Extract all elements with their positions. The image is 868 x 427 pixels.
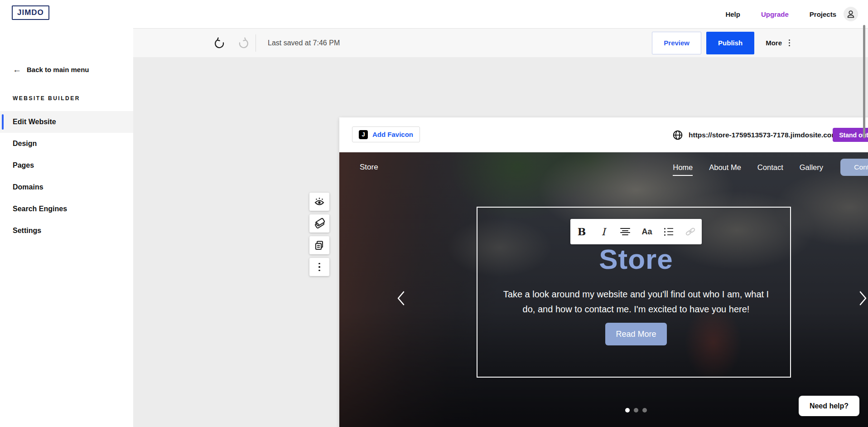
italic-icon: I — [602, 226, 606, 238]
site-nav-home[interactable]: Home — [673, 163, 693, 172]
sidebar-item-search-engines[interactable]: Search Engines — [0, 198, 133, 220]
duplicate-block-button[interactable] — [309, 236, 329, 254]
style-brush-icon — [313, 218, 325, 229]
hero-body-line1: Take a look around my website and you'll… — [339, 287, 868, 302]
user-icon — [846, 9, 856, 19]
kebab-menu-icon[interactable] — [789, 39, 790, 46]
back-to-main-menu[interactable]: ← Back to main menu — [13, 65, 89, 74]
undo-icon[interactable] — [214, 37, 226, 49]
top-header: JIMDO Help Upgrade Projects — [0, 0, 868, 28]
block-more-options-button[interactable] — [309, 258, 329, 276]
sidebar-item-edit-website[interactable]: Edit Website — [0, 111, 133, 133]
more-options-icon — [318, 263, 320, 272]
list-button[interactable] — [661, 223, 676, 240]
preview-top-bar: J Add Favicon https://store-1759513573-7… — [339, 117, 868, 152]
link-button[interactable] — [683, 223, 698, 240]
align-button[interactable] — [617, 223, 633, 240]
duplicate-icon — [314, 240, 325, 251]
text-edit-toolbar: B I Aa — [570, 219, 702, 244]
list-icon — [664, 228, 673, 236]
sidebar-item-label: Edit Website — [13, 118, 56, 126]
carousel-dot-3[interactable] — [642, 408, 647, 412]
font-style-button[interactable]: Aa — [639, 223, 655, 240]
sidebar-item-design[interactable]: Design — [0, 133, 133, 155]
font-style-icon: Aa — [641, 227, 652, 237]
carousel-next-icon[interactable] — [856, 289, 868, 307]
sidebar-item-settings[interactable]: Settings — [0, 220, 133, 242]
back-label: Back to main menu — [27, 66, 89, 73]
sidebar-item-label: Domains — [13, 183, 43, 191]
site-nav-about-me[interactable]: About Me — [709, 163, 741, 172]
editor-toolbar: Last saved at 7:46 PM Preview Publish Mo… — [133, 28, 868, 57]
site-navbar: Store Home About Me Contact Gallery Cont… — [339, 152, 868, 182]
link-icon — [685, 226, 696, 237]
more-button[interactable]: More — [766, 39, 782, 47]
style-block-button[interactable] — [309, 214, 329, 233]
site-nav-links: Home About Me Contact Gallery — [673, 163, 823, 172]
jimdo-website-builder: JIMDO Help Upgrade Projects ← Back to ma… — [0, 0, 868, 427]
hero-block[interactable]: Store Home About Me Contact Gallery Cont… — [339, 152, 868, 427]
hero-title[interactable]: Store — [339, 243, 868, 275]
publish-button[interactable]: Publish — [706, 32, 754, 54]
carousel-dot-2[interactable] — [634, 408, 638, 412]
sidebar-item-label: Settings — [13, 227, 41, 235]
website-preview-card: J Add Favicon https://store-1759513573-7… — [339, 117, 868, 427]
read-more-button[interactable]: Read More — [605, 323, 667, 345]
sidebar-menu: Edit Website Design Pages Domains Search… — [0, 111, 133, 242]
carousel-dots — [339, 408, 868, 412]
hero-body-line2: do, and how to contact me. I'm excited t… — [339, 302, 868, 317]
bold-icon: B — [578, 226, 586, 238]
sidebar-item-label: Search Engines — [13, 205, 67, 213]
site-nav-gallery[interactable]: Gallery — [800, 163, 823, 172]
upgrade-link[interactable]: Upgrade — [761, 10, 789, 18]
italic-button[interactable]: I — [596, 223, 611, 240]
site-nav-contact[interactable]: Contact — [757, 163, 783, 172]
sidebar-item-label: Design — [13, 140, 37, 148]
scrollbar-thumb[interactable] — [863, 25, 865, 138]
sidebar-item-label: Pages — [13, 161, 34, 170]
favicon-badge-icon: J — [359, 130, 368, 139]
site-url[interactable]: https://store-1759513573-7178.jimdosite.… — [689, 131, 838, 139]
editor-canvas: J Add Favicon https://store-1759513573-7… — [133, 57, 868, 427]
section-label: WEBSITE BUILDER — [13, 95, 80, 102]
sidebar-item-domains[interactable]: Domains — [0, 176, 133, 198]
redo-icon[interactable] — [237, 37, 249, 49]
need-help-button[interactable]: Need help? — [799, 396, 859, 416]
visibility-eye-icon — [313, 196, 325, 207]
jimdo-logo[interactable]: JIMDO — [12, 5, 49, 20]
projects-link[interactable]: Projects — [810, 10, 836, 18]
add-favicon-button[interactable]: J Add Favicon — [352, 126, 420, 142]
account-avatar[interactable] — [844, 7, 858, 21]
site-brand[interactable]: Store — [360, 163, 378, 172]
preview-block-button[interactable] — [309, 193, 329, 211]
hero-body-text[interactable]: Take a look around my website and you'll… — [339, 287, 868, 317]
globe-icon — [672, 130, 683, 141]
divider — [256, 34, 256, 52]
carousel-prev-icon[interactable] — [395, 289, 408, 307]
block-tool-rail — [309, 193, 329, 276]
bold-button[interactable]: B — [574, 223, 589, 240]
sidebar-item-pages[interactable]: Pages — [0, 155, 133, 176]
last-saved-status: Last saved at 7:46 PM — [268, 39, 340, 47]
preview-button[interactable]: Preview — [652, 32, 701, 54]
help-link[interactable]: Help — [725, 10, 740, 18]
contact-me-button[interactable]: Contact me — [840, 159, 868, 176]
site-url-group: https://store-1759513573-7178.jimdosite.… — [672, 117, 838, 152]
sidebar: ← Back to main menu WEBSITE BUILDER Edit… — [0, 28, 133, 427]
back-arrow-icon: ← — [13, 65, 21, 74]
add-favicon-label: Add Favicon — [372, 131, 413, 138]
carousel-dot-1[interactable] — [625, 408, 630, 412]
align-center-icon — [620, 228, 630, 235]
header-nav: Help Upgrade Projects — [725, 0, 836, 28]
